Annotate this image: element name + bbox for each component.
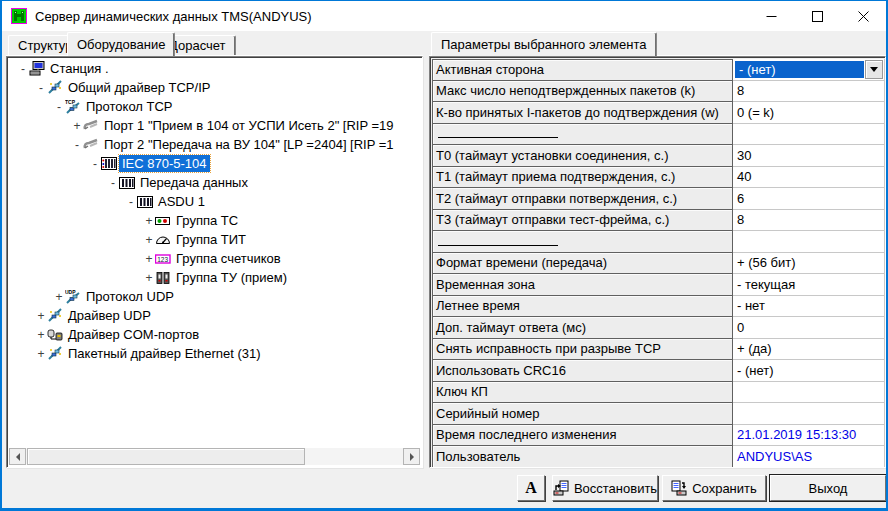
collapse-icon[interactable]: - (125, 195, 137, 209)
tree-item[interactable]: -Порт 2 "Передача на ВУ 104" [LP =2404] … (9, 135, 420, 154)
property-value[interactable]: 40 (733, 167, 885, 189)
horizontal-scrollbar[interactable] (9, 448, 420, 465)
tree-item[interactable]: +Драйвер COM-портов (9, 325, 420, 344)
tit-group-icon (155, 232, 173, 248)
tree-item-label[interactable]: Группа ТС (173, 212, 241, 229)
active-side-dropdown[interactable]: - (нет) (734, 60, 883, 79)
expand-icon[interactable]: + (35, 347, 47, 361)
expand-icon[interactable]: + (143, 252, 155, 266)
property-value[interactable]: ANDYUS\AS (733, 446, 885, 468)
property-value[interactable]: 21.01.2019 15:13:30 (733, 425, 885, 447)
tree-item-label[interactable]: Общий драйвер TCP/IP (65, 79, 213, 96)
tree-item-label[interactable]: Порт 2 "Передача на ВУ 104" [LP =2404] [… (101, 136, 397, 153)
collapse-icon[interactable]: - (35, 81, 47, 95)
font-button[interactable]: A (517, 475, 545, 501)
tree-item-label[interactable]: ASDU 1 (155, 193, 208, 210)
tree-item[interactable]: +UDPПротокол UDP (9, 287, 420, 306)
scrollbar-thumb[interactable] (27, 448, 305, 465)
property-row: Серийный номер (432, 403, 885, 425)
scroll-right-button[interactable] (403, 448, 420, 465)
property-label: Пользователь (432, 446, 733, 468)
tree-item-label[interactable]: Группа ТУ (прием) (173, 269, 290, 286)
collapse-icon[interactable]: - (17, 62, 29, 76)
tree-item-label[interactable]: Драйвер COM-портов (65, 326, 202, 343)
tab-selected-element-params[interactable]: Параметры выбранного элемента (431, 32, 657, 56)
property-value[interactable]: - текущая (733, 274, 885, 296)
tree-item[interactable]: +Группа ТИТ (9, 230, 420, 249)
property-value[interactable] (733, 382, 885, 404)
tree-item-label[interactable]: Станция . (47, 60, 112, 77)
property-row: Ключ КП (432, 382, 885, 404)
tree-item[interactable]: -ASDU 1 (9, 192, 420, 211)
tree-item[interactable]: -Передача данных (9, 173, 420, 192)
property-separator (432, 231, 733, 253)
property-value[interactable]: 0 (= k) (733, 102, 885, 124)
dropdown-arrow-button[interactable] (865, 60, 883, 79)
property-label: Время последнего изменения (432, 425, 733, 447)
property-row: Время последнего изменения21.01.2019 15:… (432, 425, 885, 447)
tree-item-label[interactable]: Передача данных (137, 174, 251, 191)
tree-item-label[interactable]: IEC 870-5-104 (119, 155, 210, 172)
property-value[interactable]: 0 (733, 317, 885, 339)
collapse-icon[interactable]: - (53, 100, 65, 114)
tab-label: Оборудование (77, 37, 165, 52)
expand-icon[interactable]: + (143, 214, 155, 228)
property-row: T3 (таймаут отправки тест-фрейма, с.)8 (432, 210, 885, 232)
exit-button[interactable]: Выход (770, 475, 886, 501)
tab-label: Параметры выбранного элемента (441, 37, 647, 52)
tree-item-label[interactable]: Драйвер UDP (65, 307, 154, 324)
property-value[interactable]: + (56 бит) (733, 253, 885, 275)
property-value[interactable]: - (нет) (733, 59, 885, 81)
tree-item[interactable]: -Общий драйвер TCP/IP (9, 78, 420, 97)
tree-item[interactable]: +123Группа счетчиков (9, 249, 420, 268)
maximize-button[interactable] (794, 1, 840, 31)
save-button[interactable]: Сохранить (662, 475, 766, 501)
tree-item[interactable]: +Группа ТУ (прием) (9, 268, 420, 287)
property-value[interactable]: - нет (733, 296, 885, 318)
counter-group-icon: 123 (155, 251, 173, 267)
collapse-icon[interactable]: - (107, 176, 119, 190)
app-icon (11, 8, 27, 24)
property-value[interactable]: 6 (733, 188, 885, 210)
property-value[interactable]: + (да) (733, 339, 885, 361)
property-value (733, 124, 885, 146)
expand-icon[interactable]: + (71, 119, 83, 133)
expand-icon[interactable]: + (143, 233, 155, 247)
tree-item-label[interactable]: Порт 1 "Прием в 104 от УСПИ Исеть 2" [RI… (101, 117, 397, 134)
tree: -Станция .-Общий драйвер TCP/IP-TCPПрото… (9, 59, 420, 448)
tree-item[interactable]: -Станция . (9, 59, 420, 78)
property-value[interactable]: 30 (733, 145, 885, 167)
tree-item-label[interactable]: Группа счетчиков (173, 250, 284, 267)
tree-item-label[interactable]: Протокол UDP (83, 288, 177, 305)
property-value[interactable]: 8 (733, 81, 885, 103)
udp-protocol-icon: UDP (65, 289, 83, 305)
tree-item-label[interactable]: Пакетный драйвер Ethernet (31) (65, 345, 264, 362)
property-row: Активная сторона- (нет) (432, 59, 885, 81)
expand-icon[interactable]: + (35, 309, 47, 323)
tree-item[interactable]: -IEC 870-5-104 (9, 154, 420, 173)
minimize-button[interactable] (748, 1, 794, 31)
close-button[interactable] (840, 1, 886, 31)
property-value[interactable]: 8 (733, 210, 885, 232)
tree-item[interactable]: +Драйвер UDP (9, 306, 420, 325)
font-button-label: A (525, 479, 537, 497)
svg-text:123: 123 (157, 255, 168, 262)
collapse-icon[interactable]: - (71, 138, 83, 152)
expand-icon[interactable]: + (53, 290, 65, 304)
tab-equipment[interactable]: Оборудование (67, 32, 175, 56)
expand-icon[interactable]: + (35, 328, 47, 342)
tree-item[interactable]: -TCPПротокол TCP (9, 97, 420, 116)
dropdown-selected-value: - (нет) (735, 61, 864, 78)
property-value[interactable] (733, 403, 885, 425)
scroll-left-button[interactable] (9, 448, 26, 465)
expand-icon[interactable]: + (143, 271, 155, 285)
tree-item[interactable]: +Пакетный драйвер Ethernet (31) (9, 344, 420, 363)
computer-icon (29, 61, 47, 77)
tree-item-label[interactable]: Протокол TCP (83, 98, 176, 115)
property-value[interactable]: - (нет) (733, 360, 885, 382)
tree-item[interactable]: +Группа ТС (9, 211, 420, 230)
tree-item-label[interactable]: Группа ТИТ (173, 231, 249, 248)
restore-button[interactable]: Восстановить (552, 475, 658, 501)
tree-item[interactable]: +Порт 1 "Прием в 104 от УСПИ Исеть 2" [R… (9, 116, 420, 135)
collapse-icon[interactable]: - (89, 157, 101, 171)
